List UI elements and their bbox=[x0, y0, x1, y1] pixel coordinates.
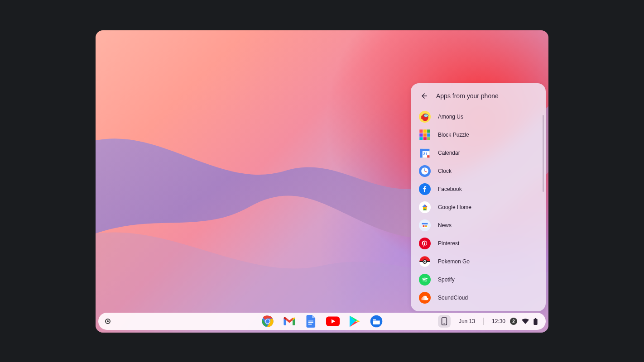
shelf-app-youtube[interactable] bbox=[327, 315, 339, 328]
separator bbox=[483, 318, 484, 325]
svg-rect-12 bbox=[427, 137, 430, 140]
shelf-app-gmail[interactable] bbox=[283, 315, 296, 328]
phone-app-spotify[interactable]: Spotify bbox=[411, 271, 546, 289]
phone-app-list: Among Us Block Puzzle 31 Calendar Clock … bbox=[411, 106, 546, 307]
clock-icon bbox=[419, 165, 431, 177]
status-time: 12:30 bbox=[492, 318, 505, 324]
phone-app-label: Google Home bbox=[438, 204, 471, 210]
svg-rect-4 bbox=[419, 129, 423, 133]
back-button[interactable] bbox=[419, 90, 430, 101]
phone-app-google-home[interactable]: Google Home bbox=[411, 198, 546, 216]
phone-app-block-puzzle[interactable]: Block Puzzle bbox=[411, 126, 546, 144]
svg-rect-9 bbox=[427, 133, 430, 137]
pokemon-go-icon bbox=[419, 256, 431, 267]
svg-rect-26 bbox=[422, 223, 428, 224]
phone-app-label: Facebook bbox=[438, 186, 462, 192]
among-us-icon bbox=[419, 111, 431, 123]
svg-rect-10 bbox=[419, 137, 423, 140]
launcher-button[interactable] bbox=[103, 316, 113, 326]
phone-icon bbox=[441, 317, 447, 325]
phone-app-label: Pinterest bbox=[438, 240, 459, 247]
shelf: Jun 13 12:30 2 bbox=[98, 313, 546, 330]
phone-app-label: Spotify bbox=[438, 276, 455, 283]
panel-scrollbar[interactable] bbox=[543, 115, 544, 192]
svg-rect-5 bbox=[423, 129, 427, 133]
battery-icon bbox=[533, 318, 538, 325]
svg-rect-53 bbox=[535, 318, 536, 319]
chrome-icon bbox=[261, 315, 274, 328]
svg-rect-37 bbox=[422, 298, 422, 300]
phone-app-pokemon-go[interactable]: Pokemon Go bbox=[411, 252, 546, 271]
svg-rect-38 bbox=[423, 297, 423, 300]
svg-rect-15 bbox=[420, 149, 423, 158]
phone-app-among-us[interactable]: Among Us bbox=[411, 108, 546, 126]
launcher-icon bbox=[105, 319, 111, 324]
status-date: Jun 13 bbox=[459, 318, 475, 324]
wifi-icon bbox=[522, 319, 529, 324]
system-tray[interactable]: 12:30 2 bbox=[487, 315, 542, 328]
shelf-pinned-apps bbox=[261, 315, 383, 328]
svg-rect-2 bbox=[421, 115, 423, 119]
calendar-icon: 31 bbox=[419, 147, 431, 159]
svg-rect-6 bbox=[427, 129, 430, 133]
soundcloud-icon bbox=[419, 292, 431, 304]
play-icon bbox=[349, 315, 360, 328]
svg-rect-11 bbox=[423, 137, 427, 140]
panel-header: Apps from your phone bbox=[411, 83, 546, 106]
block-puzzle-icon bbox=[419, 129, 431, 141]
phone-apps-panel: Apps from your phone Among Us Block Puzz… bbox=[411, 83, 546, 311]
youtube-icon bbox=[326, 316, 340, 326]
svg-point-34 bbox=[424, 261, 426, 262]
svg-point-43 bbox=[266, 319, 270, 324]
phone-app-label: Among Us bbox=[438, 114, 463, 120]
gmail-icon bbox=[283, 316, 296, 326]
svg-text:31: 31 bbox=[423, 152, 428, 156]
facebook-icon bbox=[419, 183, 431, 195]
files-icon bbox=[370, 315, 383, 328]
svg-point-3 bbox=[423, 114, 428, 117]
arrow-left-icon bbox=[420, 92, 428, 100]
phone-app-label: News bbox=[438, 222, 452, 229]
svg-rect-28 bbox=[425, 225, 428, 226]
svg-rect-27 bbox=[423, 225, 424, 227]
svg-rect-7 bbox=[419, 133, 423, 137]
phone-app-facebook[interactable]: Facebook bbox=[411, 180, 546, 198]
news-icon bbox=[419, 219, 431, 231]
phone-app-label: Pokemon Go bbox=[438, 258, 470, 265]
svg-rect-51 bbox=[443, 324, 445, 324]
phone-app-pinterest[interactable]: Pinterest bbox=[411, 234, 546, 252]
docs-icon bbox=[306, 315, 316, 328]
shelf-app-files[interactable] bbox=[370, 315, 383, 328]
svg-rect-39 bbox=[423, 296, 424, 300]
phone-hub-button[interactable] bbox=[438, 315, 451, 328]
phone-app-calendar[interactable]: 31 Calendar bbox=[411, 144, 546, 162]
svg-rect-29 bbox=[425, 226, 428, 227]
shelf-app-docs[interactable] bbox=[305, 315, 317, 328]
shelf-status-area: Jun 13 12:30 2 bbox=[438, 313, 542, 330]
svg-rect-52 bbox=[533, 319, 537, 324]
desktop: Apps from your phone Among Us Block Puzz… bbox=[96, 30, 548, 333]
svg-rect-46 bbox=[308, 324, 312, 325]
phone-app-news[interactable]: News bbox=[411, 216, 546, 234]
phone-app-label: Block Puzzle bbox=[438, 132, 469, 138]
svg-rect-44 bbox=[308, 321, 313, 322]
notification-badge: 2 bbox=[510, 318, 517, 325]
svg-rect-45 bbox=[308, 322, 313, 323]
phone-app-label: Calendar bbox=[438, 150, 460, 156]
spotify-icon bbox=[419, 274, 431, 286]
svg-rect-49 bbox=[373, 320, 380, 321]
pinterest-icon bbox=[419, 238, 431, 249]
date-pill[interactable]: Jun 13 bbox=[454, 315, 480, 328]
shelf-app-chrome[interactable] bbox=[261, 315, 274, 328]
phone-app-label: SoundCloud bbox=[438, 295, 468, 301]
svg-rect-8 bbox=[423, 133, 427, 137]
phone-app-soundcloud[interactable]: SoundCloud bbox=[411, 289, 546, 307]
google-home-icon bbox=[419, 201, 431, 213]
panel-title: Apps from your phone bbox=[436, 92, 499, 100]
phone-app-clock[interactable]: Clock bbox=[411, 162, 546, 180]
shelf-app-play[interactable] bbox=[348, 315, 361, 328]
phone-app-label: Clock bbox=[438, 168, 452, 174]
